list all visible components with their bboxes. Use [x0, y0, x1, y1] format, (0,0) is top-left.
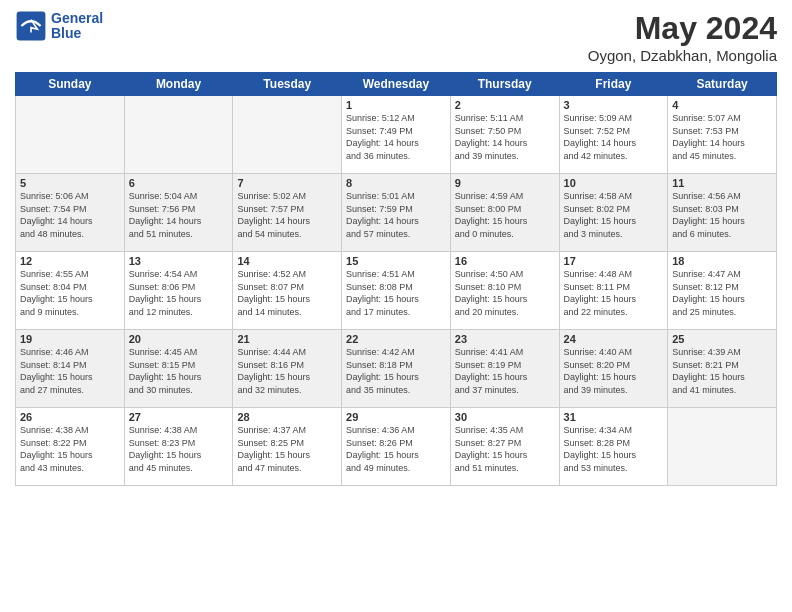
day-info: Sunrise: 4:36 AM Sunset: 8:26 PM Dayligh…	[346, 424, 446, 474]
day-info: Sunrise: 4:40 AM Sunset: 8:20 PM Dayligh…	[564, 346, 664, 396]
calendar-day-cell: 18Sunrise: 4:47 AM Sunset: 8:12 PM Dayli…	[668, 252, 777, 330]
calendar-day-cell: 26Sunrise: 4:38 AM Sunset: 8:22 PM Dayli…	[16, 408, 125, 486]
calendar-day-cell: 24Sunrise: 4:40 AM Sunset: 8:20 PM Dayli…	[559, 330, 668, 408]
day-number: 18	[672, 255, 772, 267]
day-number: 28	[237, 411, 337, 423]
calendar-week-row: 26Sunrise: 4:38 AM Sunset: 8:22 PM Dayli…	[16, 408, 777, 486]
calendar-week-row: 19Sunrise: 4:46 AM Sunset: 8:14 PM Dayli…	[16, 330, 777, 408]
calendar-day-cell: 19Sunrise: 4:46 AM Sunset: 8:14 PM Dayli…	[16, 330, 125, 408]
day-number: 8	[346, 177, 446, 189]
day-number: 3	[564, 99, 664, 111]
calendar-day-cell: 9Sunrise: 4:59 AM Sunset: 8:00 PM Daylig…	[450, 174, 559, 252]
calendar-day-cell: 15Sunrise: 4:51 AM Sunset: 8:08 PM Dayli…	[342, 252, 451, 330]
logo-text: General Blue	[51, 11, 103, 42]
day-number: 27	[129, 411, 229, 423]
title-block: May 2024 Oygon, Dzabkhan, Mongolia	[588, 10, 777, 64]
day-number: 16	[455, 255, 555, 267]
calendar-day-cell: 2Sunrise: 5:11 AM Sunset: 7:50 PM Daylig…	[450, 96, 559, 174]
general-blue-icon	[15, 10, 47, 42]
day-number: 15	[346, 255, 446, 267]
day-info: Sunrise: 4:44 AM Sunset: 8:16 PM Dayligh…	[237, 346, 337, 396]
calendar-day-cell: 20Sunrise: 4:45 AM Sunset: 8:15 PM Dayli…	[124, 330, 233, 408]
day-info: Sunrise: 5:09 AM Sunset: 7:52 PM Dayligh…	[564, 112, 664, 162]
calendar-day-cell: 3Sunrise: 5:09 AM Sunset: 7:52 PM Daylig…	[559, 96, 668, 174]
day-number: 23	[455, 333, 555, 345]
day-number: 20	[129, 333, 229, 345]
calendar-header-cell: Monday	[124, 73, 233, 96]
calendar-day-cell: 29Sunrise: 4:36 AM Sunset: 8:26 PM Dayli…	[342, 408, 451, 486]
day-info: Sunrise: 4:37 AM Sunset: 8:25 PM Dayligh…	[237, 424, 337, 474]
day-number: 31	[564, 411, 664, 423]
day-info: Sunrise: 5:07 AM Sunset: 7:53 PM Dayligh…	[672, 112, 772, 162]
calendar: SundayMondayTuesdayWednesdayThursdayFrid…	[15, 72, 777, 486]
day-number: 12	[20, 255, 120, 267]
calendar-day-cell	[668, 408, 777, 486]
day-info: Sunrise: 4:39 AM Sunset: 8:21 PM Dayligh…	[672, 346, 772, 396]
day-number: 1	[346, 99, 446, 111]
header: General Blue May 2024 Oygon, Dzabkhan, M…	[15, 10, 777, 64]
calendar-day-cell: 31Sunrise: 4:34 AM Sunset: 8:28 PM Dayli…	[559, 408, 668, 486]
day-number: 10	[564, 177, 664, 189]
day-number: 19	[20, 333, 120, 345]
day-info: Sunrise: 5:04 AM Sunset: 7:56 PM Dayligh…	[129, 190, 229, 240]
day-number: 22	[346, 333, 446, 345]
calendar-header-cell: Tuesday	[233, 73, 342, 96]
day-info: Sunrise: 4:45 AM Sunset: 8:15 PM Dayligh…	[129, 346, 229, 396]
main-title: May 2024	[588, 10, 777, 47]
calendar-day-cell: 14Sunrise: 4:52 AM Sunset: 8:07 PM Dayli…	[233, 252, 342, 330]
calendar-day-cell: 30Sunrise: 4:35 AM Sunset: 8:27 PM Dayli…	[450, 408, 559, 486]
day-info: Sunrise: 4:46 AM Sunset: 8:14 PM Dayligh…	[20, 346, 120, 396]
logo: General Blue	[15, 10, 103, 42]
calendar-day-cell: 12Sunrise: 4:55 AM Sunset: 8:04 PM Dayli…	[16, 252, 125, 330]
day-info: Sunrise: 5:02 AM Sunset: 7:57 PM Dayligh…	[237, 190, 337, 240]
day-info: Sunrise: 4:47 AM Sunset: 8:12 PM Dayligh…	[672, 268, 772, 318]
day-info: Sunrise: 4:34 AM Sunset: 8:28 PM Dayligh…	[564, 424, 664, 474]
day-info: Sunrise: 5:01 AM Sunset: 7:59 PM Dayligh…	[346, 190, 446, 240]
day-number: 13	[129, 255, 229, 267]
day-number: 26	[20, 411, 120, 423]
calendar-header-cell: Friday	[559, 73, 668, 96]
calendar-day-cell: 6Sunrise: 5:04 AM Sunset: 7:56 PM Daylig…	[124, 174, 233, 252]
day-number: 25	[672, 333, 772, 345]
calendar-header-row: SundayMondayTuesdayWednesdayThursdayFrid…	[16, 73, 777, 96]
svg-rect-0	[17, 12, 46, 41]
day-number: 5	[20, 177, 120, 189]
day-info: Sunrise: 4:38 AM Sunset: 8:23 PM Dayligh…	[129, 424, 229, 474]
day-info: Sunrise: 4:54 AM Sunset: 8:06 PM Dayligh…	[129, 268, 229, 318]
page: General Blue May 2024 Oygon, Dzabkhan, M…	[0, 0, 792, 612]
day-info: Sunrise: 5:11 AM Sunset: 7:50 PM Dayligh…	[455, 112, 555, 162]
day-info: Sunrise: 5:12 AM Sunset: 7:49 PM Dayligh…	[346, 112, 446, 162]
day-info: Sunrise: 4:48 AM Sunset: 8:11 PM Dayligh…	[564, 268, 664, 318]
day-number: 21	[237, 333, 337, 345]
day-info: Sunrise: 4:41 AM Sunset: 8:19 PM Dayligh…	[455, 346, 555, 396]
day-number: 29	[346, 411, 446, 423]
day-info: Sunrise: 4:35 AM Sunset: 8:27 PM Dayligh…	[455, 424, 555, 474]
day-number: 11	[672, 177, 772, 189]
calendar-day-cell	[124, 96, 233, 174]
calendar-day-cell: 28Sunrise: 4:37 AM Sunset: 8:25 PM Dayli…	[233, 408, 342, 486]
day-number: 4	[672, 99, 772, 111]
day-info: Sunrise: 4:42 AM Sunset: 8:18 PM Dayligh…	[346, 346, 446, 396]
day-number: 6	[129, 177, 229, 189]
calendar-day-cell	[16, 96, 125, 174]
calendar-day-cell: 1Sunrise: 5:12 AM Sunset: 7:49 PM Daylig…	[342, 96, 451, 174]
calendar-day-cell: 10Sunrise: 4:58 AM Sunset: 8:02 PM Dayli…	[559, 174, 668, 252]
calendar-day-cell: 5Sunrise: 5:06 AM Sunset: 7:54 PM Daylig…	[16, 174, 125, 252]
calendar-day-cell: 17Sunrise: 4:48 AM Sunset: 8:11 PM Dayli…	[559, 252, 668, 330]
calendar-header-cell: Saturday	[668, 73, 777, 96]
calendar-week-row: 12Sunrise: 4:55 AM Sunset: 8:04 PM Dayli…	[16, 252, 777, 330]
day-number: 30	[455, 411, 555, 423]
day-info: Sunrise: 5:06 AM Sunset: 7:54 PM Dayligh…	[20, 190, 120, 240]
calendar-body: 1Sunrise: 5:12 AM Sunset: 7:49 PM Daylig…	[16, 96, 777, 486]
calendar-day-cell: 22Sunrise: 4:42 AM Sunset: 8:18 PM Dayli…	[342, 330, 451, 408]
day-number: 14	[237, 255, 337, 267]
calendar-day-cell: 21Sunrise: 4:44 AM Sunset: 8:16 PM Dayli…	[233, 330, 342, 408]
day-info: Sunrise: 4:50 AM Sunset: 8:10 PM Dayligh…	[455, 268, 555, 318]
calendar-day-cell	[233, 96, 342, 174]
calendar-week-row: 5Sunrise: 5:06 AM Sunset: 7:54 PM Daylig…	[16, 174, 777, 252]
day-number: 24	[564, 333, 664, 345]
calendar-day-cell: 4Sunrise: 5:07 AM Sunset: 7:53 PM Daylig…	[668, 96, 777, 174]
day-info: Sunrise: 4:55 AM Sunset: 8:04 PM Dayligh…	[20, 268, 120, 318]
calendar-day-cell: 23Sunrise: 4:41 AM Sunset: 8:19 PM Dayli…	[450, 330, 559, 408]
calendar-header-cell: Thursday	[450, 73, 559, 96]
